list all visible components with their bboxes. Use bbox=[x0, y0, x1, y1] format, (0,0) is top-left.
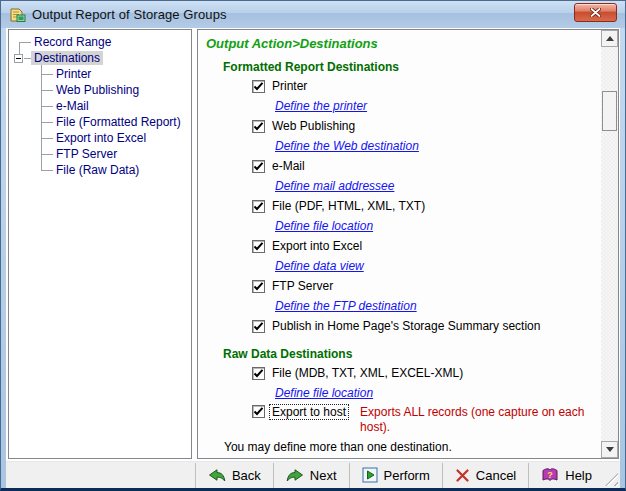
back-button[interactable]: Back bbox=[195, 463, 273, 488]
content-panel: Output Action>Destinations Formatted Rep… bbox=[197, 29, 619, 459]
checkbox-checked[interactable] bbox=[252, 200, 265, 213]
define-link[interactable]: Define data view bbox=[275, 259, 364, 273]
link-row: Define mail addressee bbox=[275, 176, 601, 196]
link-row: Define the FTP destination bbox=[275, 296, 601, 316]
cancel-button[interactable]: Cancel bbox=[442, 463, 528, 488]
tree-item-destinations[interactable]: Destinations bbox=[9, 50, 191, 66]
scroll-down-arrow-icon bbox=[606, 447, 614, 452]
checkmark-icon bbox=[253, 281, 264, 292]
checkbox-checked[interactable] bbox=[252, 280, 265, 293]
define-link[interactable]: Define the FTP destination bbox=[275, 299, 417, 313]
checkbox-label[interactable]: File (PDF, HTML, XML, TXT) bbox=[272, 199, 425, 213]
next-button[interactable]: Next bbox=[273, 463, 349, 488]
perform-play-icon bbox=[362, 467, 378, 483]
checkbox-label[interactable]: Export to host bbox=[270, 405, 348, 419]
tree-connector-dash bbox=[41, 170, 53, 171]
section-heading: Formatted Report Destinations bbox=[223, 58, 601, 76]
button-label: Back bbox=[232, 468, 261, 483]
checkmark-icon bbox=[253, 81, 264, 92]
link-row: Define data view bbox=[275, 256, 601, 276]
tree-item-ftp-server[interactable]: FTP Server bbox=[9, 146, 191, 162]
checkbox-checked[interactable] bbox=[252, 320, 265, 333]
dialog-client-area: Record RangeDestinationsPrinterWeb Publi… bbox=[6, 28, 620, 488]
tree-item-file-raw-data[interactable]: File (Raw Data) bbox=[9, 162, 191, 178]
tree-item-label: File (Formatted Report) bbox=[53, 115, 184, 129]
close-button[interactable] bbox=[574, 3, 617, 22]
help-book-icon: ? bbox=[541, 467, 559, 483]
button-label: Help bbox=[565, 468, 592, 483]
checkbox-row: FTP Server bbox=[252, 276, 601, 296]
tree-item-export-into-excel[interactable]: Export into Excel bbox=[9, 130, 191, 146]
checkmark-icon bbox=[253, 368, 264, 379]
scrollbar-thumb[interactable] bbox=[602, 91, 617, 131]
link-row: Define file location bbox=[275, 216, 601, 236]
checkbox-label[interactable]: e-Mail bbox=[272, 159, 305, 173]
checkbox-label[interactable]: FTP Server bbox=[272, 279, 333, 293]
tree-item-label: Destinations bbox=[31, 51, 103, 65]
define-link[interactable]: Define the printer bbox=[275, 99, 367, 113]
resize-grip[interactable] bbox=[605, 473, 618, 486]
tree-item-printer[interactable]: Printer bbox=[9, 66, 191, 82]
tree-connector-dash bbox=[41, 90, 53, 91]
checkbox-checked[interactable] bbox=[252, 80, 265, 93]
checkbox-label[interactable]: File (MDB, TXT, XML, EXCEL-XML) bbox=[272, 366, 463, 380]
checkbox-label[interactable]: Export into Excel bbox=[272, 239, 362, 253]
define-link[interactable]: Define mail addressee bbox=[275, 179, 394, 193]
tree-item-label: Export into Excel bbox=[53, 131, 149, 145]
tree-connector-dash bbox=[41, 74, 53, 75]
checkbox-label[interactable]: Printer bbox=[272, 79, 307, 93]
scroll-down-button[interactable] bbox=[601, 441, 618, 458]
tree-item-label: Printer bbox=[53, 67, 94, 81]
checkmark-icon bbox=[253, 241, 264, 252]
breadcrumb: Output Action>Destinations bbox=[206, 36, 601, 53]
checkmark-icon bbox=[253, 321, 264, 332]
section-heading: Raw Data Destinations bbox=[223, 345, 601, 363]
report-app-icon bbox=[9, 7, 26, 23]
checkbox-row: Export to hostExports ALL records (one c… bbox=[252, 403, 601, 437]
checkbox-row: Publish in Home Page's Storage Summary s… bbox=[252, 316, 601, 336]
perform-button[interactable]: Perform bbox=[349, 463, 442, 488]
scroll-up-arrow-icon bbox=[606, 36, 614, 41]
tree-connector-dash bbox=[41, 138, 53, 139]
svg-text:?: ? bbox=[548, 470, 554, 480]
checkbox-checked[interactable] bbox=[252, 367, 265, 380]
footer-buttonbar: BackNextPerformCancel?Help bbox=[6, 461, 620, 488]
checkbox-label[interactable]: Web Publishing bbox=[272, 119, 355, 133]
checkbox-checked[interactable] bbox=[252, 240, 265, 253]
tree-item-web-publishing[interactable]: Web Publishing bbox=[9, 82, 191, 98]
tree-expander-minus-icon[interactable] bbox=[14, 54, 23, 63]
link-row: Define file location bbox=[275, 383, 601, 403]
tree-item-record-range[interactable]: Record Range bbox=[9, 34, 191, 50]
button-label: Cancel bbox=[476, 468, 516, 483]
link-row: Define the printer bbox=[275, 96, 601, 116]
tree-connector-dash bbox=[41, 154, 53, 155]
tree-connector-dash bbox=[41, 106, 53, 107]
tree-item-e-mail[interactable]: e-Mail bbox=[9, 98, 191, 114]
checkbox-checked[interactable] bbox=[252, 405, 265, 418]
tree-connector-dash bbox=[24, 58, 31, 59]
tree-item-label: File (Raw Data) bbox=[53, 163, 142, 177]
checkbox-label[interactable]: Publish in Home Page's Storage Summary s… bbox=[272, 319, 540, 333]
tree-item-label: FTP Server bbox=[53, 147, 120, 161]
close-x-icon bbox=[590, 8, 601, 17]
link-row: Define the Web destination bbox=[275, 136, 601, 156]
tree-item-file-formatted-report[interactable]: File (Formatted Report) bbox=[9, 114, 191, 130]
tree-connector-dash bbox=[19, 42, 31, 43]
checkbox-row: Export into Excel bbox=[252, 236, 601, 256]
scrollbar-track[interactable] bbox=[601, 47, 618, 441]
define-link[interactable]: Define the Web destination bbox=[275, 139, 419, 153]
titlebar[interactable]: Output Report of Storage Groups bbox=[1, 1, 625, 28]
checkbox-checked[interactable] bbox=[252, 160, 265, 173]
define-link[interactable]: Define file location bbox=[275, 386, 373, 400]
tree-item-label: Web Publishing bbox=[53, 83, 142, 97]
checkmark-icon bbox=[253, 406, 264, 417]
tree-item-label: e-Mail bbox=[53, 99, 92, 113]
footer-note: You may define more than one destination… bbox=[224, 440, 601, 456]
checkbox-checked[interactable] bbox=[252, 120, 265, 133]
window-title: Output Report of Storage Groups bbox=[32, 7, 227, 22]
warning-note: Exports ALL records (one capture on each… bbox=[360, 405, 601, 435]
vertical-scrollbar[interactable] bbox=[601, 30, 618, 458]
help-button[interactable]: ?Help bbox=[528, 463, 604, 488]
define-link[interactable]: Define file location bbox=[275, 219, 373, 233]
scroll-up-button[interactable] bbox=[601, 30, 618, 47]
